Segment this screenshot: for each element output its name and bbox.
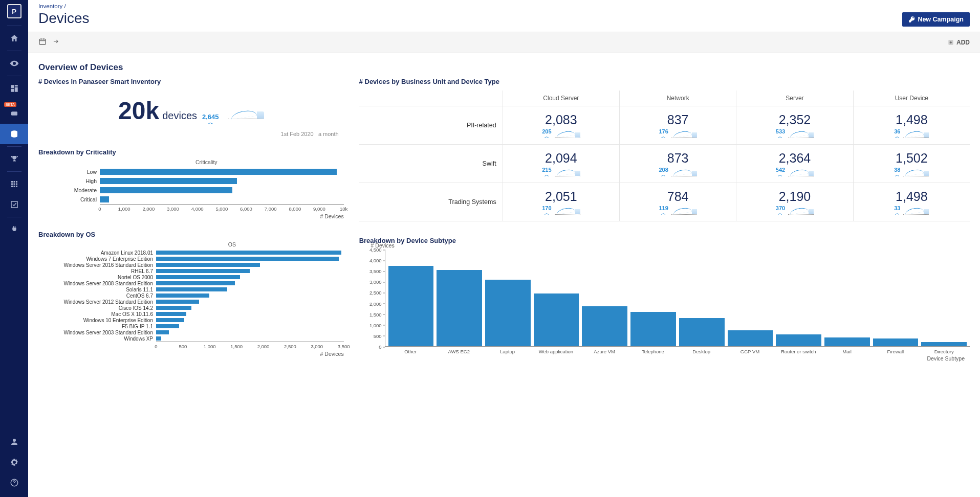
kpi-cell: 2,051170︿ [503,183,619,221]
page-title: Devices [38,10,90,27]
cell-value: 1,498 [856,189,968,204]
cell-delta: 176︿ [659,129,668,139]
chart-bar [534,293,579,346]
cell-delta: 205︿ [542,129,551,139]
column-header: User Device [853,91,970,106]
axis-tick: 2,000 [142,206,155,212]
axis-tick: Firewall [873,349,918,354]
axis-tick: 0 [155,344,157,349]
toolbar: ADD [28,32,980,53]
chart-bar: F5 BIG-IP 1.1 [38,323,344,329]
x-axis-label: # Devices [38,213,344,219]
chart-bar: Windows 10 Enterprise Edition [38,317,344,323]
nav-check[interactable] [0,194,28,215]
axis-tick: 8,000 [289,206,301,212]
nav-plug[interactable] [0,219,28,240]
nav-user[interactable] [0,432,28,452]
kpi-delta: 2,645 ︿ [202,113,219,124]
add-button[interactable]: ADD [947,39,970,46]
chart-bar: Windows Server 2008 Standard Edition [38,280,344,286]
nav-home[interactable] [0,28,28,49]
chart-bar: Mac OS X 10.11.6 [38,311,344,317]
axis-tick: AWS EC2 [436,349,482,354]
cell-value: 837 [622,112,734,127]
bar-label: Windows XP [38,336,156,342]
sparkline [788,130,814,138]
sidebar: P [0,0,28,497]
nav-visibility[interactable] [0,53,28,74]
nav-grid[interactable] [0,174,28,194]
bar-label: Windows 10 Enterprise Edition [38,318,156,323]
axis-tick: 3,500 [369,268,382,274]
caret-up-icon: ︿ [895,173,900,177]
bar-label: Cisco IOS 14.2 [38,305,156,311]
bar-label: High [38,178,100,184]
column-header: Server [736,91,853,106]
subtype-chart: # Devices 05001,0001,5002,0002,5003,0003… [359,250,970,362]
os-chart: Amazon Linux 2018.01Windows 7 Enterprise… [38,250,344,357]
breadcrumb[interactable]: Inventory / [38,3,90,9]
cell-value: 2,190 [738,189,851,204]
cell-delta: 38︿ [894,167,900,177]
axis-tick: 5,000 [215,206,228,212]
axis-tick: Telephone [630,349,676,354]
axis-tick: 0 [379,344,381,350]
cell-value: 1,498 [856,112,968,127]
nav-settings[interactable] [0,452,28,472]
kpi-title: # Devices in Panaseer Smart Inventory [38,78,344,85]
axis-tick: 2,500 [284,344,296,349]
axis-tick: 2,000 [369,301,382,306]
cell-delta: 542︿ [776,167,785,177]
table-row: Trading Systems2,051170︿784119︿2,190370︿… [359,183,970,221]
axis-tick: 6,000 [240,206,252,212]
nav-bottom [0,432,28,493]
kpi-cell: 873208︿ [619,145,736,183]
bar-label: Moderate [38,187,100,193]
column-header: Network [619,91,736,106]
axis-tick: 7,000 [265,206,277,212]
axis-tick: 2,000 [257,344,270,349]
axis-tick: 500 [179,344,187,349]
section-title: Overview of Devices [28,53,980,78]
new-campaign-button[interactable]: New Campaign [902,12,970,27]
nav-help[interactable] [0,472,28,493]
svg-rect-0 [11,111,17,116]
axis-tick: Laptop [485,349,530,354]
chart-bar [388,266,434,347]
bar-label: CentOS 6.7 [38,293,156,299]
bar-label: Windows Server 2016 Standard Edition [38,262,156,268]
axis-tick: 4,000 [369,258,382,263]
axis-tick: 2,500 [369,290,382,296]
nav-main [0,28,28,240]
top-header: Inventory / Devices New Campaign [28,0,980,32]
x-axis-label: # Devices [38,351,344,357]
criticality-axis-label: Criticality [38,159,344,165]
main-content: Inventory / Devices New Campaign ADD Ove… [28,0,980,497]
chart-bar: Solaris 11.1 [38,286,344,292]
nav-beta[interactable] [0,103,28,124]
logo: P [7,4,21,18]
axis-tick: Mail [824,349,870,354]
caret-up-icon: ︿ [895,134,900,139]
bar-label: F5 BIG-IP 1.1 [38,324,156,329]
kpi-cell: 2,083205︿ [503,106,619,144]
nav-inventory[interactable] [0,124,28,144]
calendar-icon[interactable] [38,37,47,48]
criticality-title: Breakdown by Criticality [38,148,344,156]
nav-trophy[interactable] [0,149,28,169]
caret-up-icon: ︿ [778,173,782,177]
row-label: Trading Systems [359,183,503,221]
nav-dashboard[interactable] [0,78,28,99]
axis-tick: 4,000 [191,206,204,212]
axis-tick: Directory [921,349,967,354]
arrow-right-icon[interactable] [52,38,60,47]
bu-table: Cloud ServerNetworkServerUser DevicePII-… [359,91,970,221]
axis-tick: 1,000 [369,322,382,328]
kpi-big: 20k devices 2,645 ︿ [38,91,344,131]
kpi-cell: 1,49836︿ [853,106,970,144]
axis-tick: 3,000 [369,279,382,285]
axis-tick: Azure VM [582,349,627,354]
kpi-cell: 2,364542︿ [736,145,853,183]
sparkline [671,130,697,138]
axis-tick: 3,000 [311,344,323,349]
